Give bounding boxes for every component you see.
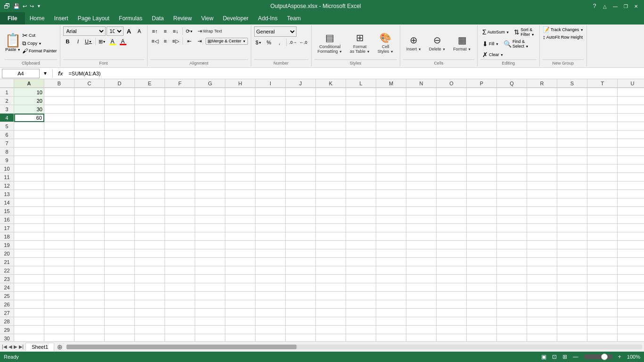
cell-O12[interactable] [437,181,467,190]
cell-A21[interactable] [14,258,44,266]
cell-D29[interactable] [105,326,135,334]
cell-F26[interactable] [165,300,195,309]
cell-C8[interactable] [74,148,105,156]
col-header-G[interactable]: G [195,79,225,88]
cell-I19[interactable] [256,241,286,249]
cell-C24[interactable] [74,283,105,292]
delete-button[interactable]: ⊖ Delete ▼ [426,28,449,58]
font-family-select[interactable]: Arial [63,26,106,36]
percent-button[interactable]: % [264,38,274,47]
cell-R22[interactable] [527,266,557,275]
cell-D6[interactable] [105,131,135,139]
cell-B1[interactable] [44,88,74,97]
cell-O22[interactable] [437,266,467,275]
cell-R18[interactable] [527,232,557,241]
cell-K18[interactable] [316,232,346,241]
window-close[interactable]: ✕ [632,2,640,10]
cell-T24[interactable] [587,283,618,292]
cell-Q8[interactable] [497,148,527,156]
cell-H30[interactable] [225,334,256,341]
cell-I15[interactable] [256,207,286,215]
cell-S1[interactable] [557,88,587,97]
cell-P17[interactable] [467,224,497,232]
cell-R3[interactable] [527,105,557,114]
cell-O10[interactable] [437,165,467,173]
cell-A27[interactable] [14,309,44,317]
cell-R14[interactable] [527,198,557,207]
cell-Q20[interactable] [497,249,527,258]
cell-R6[interactable] [527,131,557,139]
cell-A26[interactable] [14,300,44,309]
cell-J28[interactable] [286,317,316,326]
cell-M22[interactable] [376,266,406,275]
cell-J4[interactable] [286,114,316,122]
cell-R26[interactable] [527,300,557,309]
cell-O7[interactable] [437,139,467,148]
cell-R15[interactable] [527,207,557,215]
cell-styles-button[interactable]: 🎨 CellStyles ▼ [374,28,397,58]
increase-font-button[interactable]: A [124,26,134,36]
cell-M28[interactable] [376,317,406,326]
cell-C7[interactable] [74,139,105,148]
cell-L27[interactable] [346,309,376,317]
sheet-nav-next[interactable]: ▶ [14,344,17,349]
cell-C6[interactable] [74,131,105,139]
cell-T12[interactable] [587,181,618,190]
cell-O6[interactable] [437,131,467,139]
cell-T5[interactable] [587,122,618,131]
zoom-slider[interactable] [584,354,612,359]
menu-formulas[interactable]: Formulas [114,12,147,25]
row-num-24[interactable]: 24 [0,283,14,292]
cell-A8[interactable] [14,148,44,156]
cell-I8[interactable] [256,148,286,156]
currency-button[interactable]: $ ▼ [254,38,264,47]
cell-U17[interactable] [618,224,644,232]
cell-D21[interactable] [105,258,135,266]
cell-B19[interactable] [44,241,74,249]
cell-P15[interactable] [467,207,497,215]
cell-E15[interactable] [135,207,165,215]
cell-A19[interactable] [14,241,44,249]
cell-A25[interactable] [14,292,44,300]
zoom-level[interactable]: 100% [627,354,640,360]
cell-L28[interactable] [346,317,376,326]
cell-T3[interactable] [587,105,618,114]
cell-H11[interactable] [225,173,256,181]
cell-K20[interactable] [316,249,346,258]
cell-F1[interactable] [165,88,195,97]
col-header-T[interactable]: T [587,79,618,88]
cell-N20[interactable] [406,249,437,258]
cell-I10[interactable] [256,165,286,173]
cell-A5[interactable] [14,122,44,131]
cell-S21[interactable] [557,258,587,266]
cell-O24[interactable] [437,283,467,292]
cell-H10[interactable] [225,165,256,173]
cell-T22[interactable] [587,266,618,275]
cell-O13[interactable] [437,190,467,198]
cell-G26[interactable] [195,300,225,309]
cell-O19[interactable] [437,241,467,249]
cell-M27[interactable] [376,309,406,317]
name-box[interactable]: A4 [2,69,40,78]
cell-S14[interactable] [557,198,587,207]
cell-P11[interactable] [467,173,497,181]
cell-A7[interactable] [14,139,44,148]
cell-S12[interactable] [557,181,587,190]
cell-S13[interactable] [557,190,587,198]
cell-J23[interactable] [286,275,316,283]
cell-S6[interactable] [557,131,587,139]
cell-T25[interactable] [587,292,618,300]
cell-P27[interactable] [467,309,497,317]
cell-P24[interactable] [467,283,497,292]
cell-H20[interactable] [225,249,256,258]
cell-F16[interactable] [165,215,195,224]
cell-T7[interactable] [587,139,618,148]
cell-E3[interactable] [135,105,165,114]
cell-P7[interactable] [467,139,497,148]
cell-E21[interactable] [135,258,165,266]
cell-H28[interactable] [225,317,256,326]
cell-C30[interactable] [74,334,105,341]
cell-F27[interactable] [165,309,195,317]
cell-T26[interactable] [587,300,618,309]
cell-D4[interactable] [105,114,135,122]
